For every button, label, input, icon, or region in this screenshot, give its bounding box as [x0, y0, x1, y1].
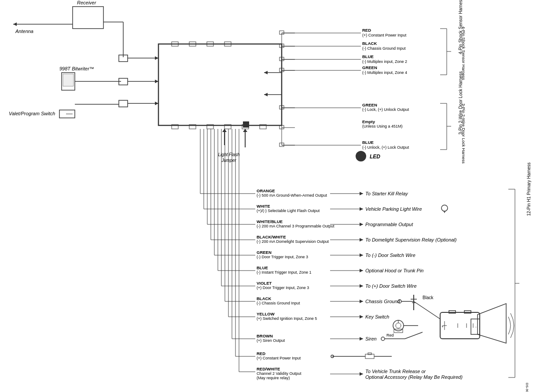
svg-text:To (-) Door Switch Wire: To (-) Door Switch Wire	[365, 253, 415, 258]
svg-text:Antenna: Antenna	[15, 29, 33, 34]
svg-text:RED: RED	[257, 351, 265, 356]
svg-text:(+) Siren Output: (+) Siren Output	[257, 338, 285, 343]
svg-text:(+)/(-) Selectable Light Flash: (+)/(-) Selectable Light Flash Output	[257, 209, 320, 213]
svg-text:Chassis Ground: Chassis Ground	[365, 299, 401, 304]
svg-text:(-) Chassis Ground Input: (-) Chassis Ground Input	[257, 301, 300, 305]
svg-text:(-) 200 mA Domelight Supervisi: (-) 200 mA Domelight Supervision Output	[257, 239, 329, 244]
svg-text:RED/WHITE: RED/WHITE	[257, 366, 280, 371]
svg-text:Siren: Siren	[365, 336, 377, 341]
svg-text:YELLOW: YELLOW	[257, 311, 275, 316]
svg-text:(Unless Using a 451M): (Unless Using a 451M)	[362, 124, 403, 128]
svg-text:(-) Unlock, (+) Lock Output: (-) Unlock, (+) Lock Output	[362, 145, 409, 150]
svg-text:(-) Chassis Ground Input: (-) Chassis Ground Input	[362, 46, 406, 51]
svg-text:GREEN: GREEN	[362, 65, 377, 70]
svg-text:(+) Constant Power Input: (+) Constant Power Input	[362, 33, 407, 37]
svg-text:BLUE: BLUE	[257, 265, 268, 270]
svg-text:Jumper: Jumper	[221, 158, 236, 163]
svg-text:Valet/Program Switch: Valet/Program Switch	[9, 111, 55, 116]
svg-text:998T Bitwriter™: 998T Bitwriter™	[59, 66, 94, 71]
svg-text:3-Pin 2-Wire Door Lock Harness: 3-Pin 2-Wire Door Lock Harness	[461, 103, 466, 164]
svg-text:Key Switch: Key Switch	[365, 314, 389, 319]
svg-text:GREEN: GREEN	[257, 250, 272, 255]
svg-point-74	[356, 151, 366, 161]
svg-text:Optional Accessory (Relay May : Optional Accessory (Relay May Be Require…	[365, 374, 463, 380]
svg-text:To Domelight Supervision Relay: To Domelight Supervision Relay (Optional…	[365, 237, 457, 242]
svg-text:(May require relay): (May require relay)	[257, 376, 290, 380]
svg-text:To (+) Door Switch Wire: To (+) Door Switch Wire	[365, 283, 417, 289]
svg-text:(-) 500 mA Ground-When-Armed O: (-) 500 mA Ground-When-Armed Output	[257, 193, 327, 198]
svg-text:LED: LED	[370, 154, 380, 160]
svg-text:(-) Multiplex input, Zone 2: (-) Multiplex input, Zone 2	[362, 59, 407, 64]
svg-text:+: +	[441, 325, 444, 329]
svg-rect-36	[243, 121, 249, 128]
svg-text:BLACK: BLACK	[362, 41, 377, 46]
svg-text:BLACK/WHITE: BLACK/WHITE	[257, 234, 286, 239]
svg-text:ORANGE: ORANGE	[257, 188, 275, 193]
svg-text:Optional Hood or Trunk Pin: Optional Hood or Trunk Pin	[365, 268, 423, 273]
svg-text:BLUE: BLUE	[362, 140, 374, 145]
svg-text:Light Flash: Light Flash	[218, 152, 240, 157]
svg-text:BLUE: BLUE	[362, 54, 374, 59]
svg-text:12-Pin H1 Primary Harness: 12-Pin H1 Primary Harness	[526, 162, 531, 216]
svg-text:Receiver: Receiver	[77, 0, 97, 5]
svg-text:Red: Red	[386, 333, 394, 337]
svg-text:Vehicle Parking Light Wire: Vehicle Parking Light Wire	[365, 206, 422, 212]
svg-text:Channel 2 Validity Output: Channel 2 Validity Output	[257, 371, 301, 376]
svg-text:(-) Door Trigger Input, Zone 3: (-) Door Trigger Input, Zone 3	[257, 255, 308, 259]
svg-text:VIOLET: VIOLET	[257, 281, 272, 286]
svg-text:DS-900: DS-900	[525, 383, 529, 392]
svg-text:WHITE/BLUE: WHITE/BLUE	[257, 219, 283, 224]
svg-text:(+) Switched Ignition Input, Z: (+) Switched Ignition Input, Zone 5	[257, 316, 317, 321]
svg-text:(-) Instant Trigger Input, Zon: (-) Instant Trigger Input, Zone 1	[257, 270, 312, 275]
svg-text:(+) Door Trigger Input, Zone 3: (+) Door Trigger Input, Zone 3	[257, 286, 309, 290]
svg-text:WHITE: WHITE	[257, 204, 270, 209]
svg-text:GREEN: GREEN	[362, 103, 377, 107]
svg-text:-: -	[475, 325, 477, 329]
svg-rect-12	[63, 74, 74, 86]
svg-text:Programmable Output: Programmable Output	[365, 222, 413, 227]
svg-text:RED: RED	[362, 28, 371, 33]
wiring-diagram: Receiver Antenna 998T Bitwriter™ Valet/P…	[0, 0, 533, 392]
svg-text:(-) Lock, (+) Unlock Output: (-) Lock, (+) Unlock Output	[362, 107, 409, 112]
svg-text:(+) Constant Power Input: (+) Constant Power Input	[257, 356, 301, 360]
svg-text:4-Pin Shock Sensor Harness: 4-Pin Shock Sensor Harness	[461, 26, 466, 80]
svg-text:Black: Black	[423, 295, 434, 300]
svg-text:To Starter Kill Relay: To Starter Kill Relay	[365, 191, 408, 196]
svg-text:BROWN: BROWN	[257, 333, 273, 338]
svg-text:(-) 200 mA Channel 3 Programma: (-) 200 mA Channel 3 Programmable Output	[257, 224, 335, 228]
svg-text:BLACK: BLACK	[257, 296, 271, 301]
svg-text:Empty: Empty	[362, 119, 375, 124]
svg-text:To Vehicle Trunk Release or: To Vehicle Trunk Release or	[365, 369, 426, 374]
svg-text:(-) Multiplex input, Zone 4: (-) Multiplex input, Zone 4	[362, 70, 407, 75]
